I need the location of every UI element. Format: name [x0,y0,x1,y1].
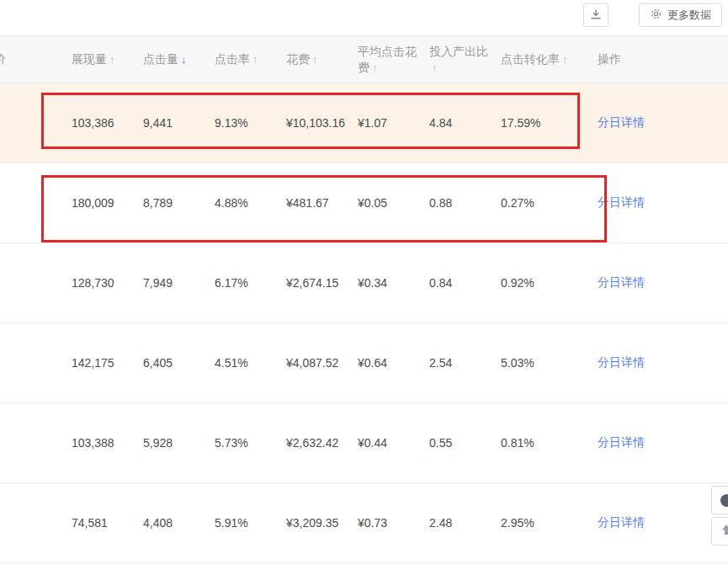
column-label: 点击量 [143,52,178,66]
column-label: 花费 [286,52,310,66]
column-header-cvr[interactable]: 点击转化率↑ [501,51,598,67]
actions-cell: 分日详情 [598,355,728,370]
column-header-avg_cpc[interactable]: 平均点击花费↑ [358,44,429,76]
clicks-cell: 9,441 [143,116,215,130]
column-header-impressions[interactable]: 展现量↑ [72,51,143,67]
sort-up-icon[interactable]: ↑ [372,61,378,74]
daily-detail-link[interactable]: 分日详情 [598,355,645,369]
roi-value: 0.88 [429,196,452,210]
column-header-roi[interactable]: 投入产出比↑ [429,44,501,76]
avg-cpc-cell: ¥0.73 [358,516,429,530]
cvr-cell: 5.03% [501,356,598,370]
roi-cell: 4.84 [429,116,501,130]
ctr-value: 6.17% [215,276,248,290]
impressions-cell: 103,388 [72,436,143,450]
cvr-value: 2.95% [501,516,534,530]
daily-detail-link[interactable]: 分日详情 [598,195,645,209]
roi-value: 2.54 [429,356,452,370]
sort-up-icon[interactable]: ↑ [312,53,318,66]
daily-detail-link[interactable]: 分日详情 [598,275,645,289]
avg-cpc-cell: ¥0.44 [358,436,429,450]
table-row: 103,388 5,928 5.73% ¥2,632.42 ¥0.44 0.55… [0,403,728,483]
back-to-top-button[interactable] [711,517,728,546]
roi-cell: 0.55 [429,436,501,450]
cvr-cell: 0.92% [501,276,598,290]
cost-value: ¥10,103.16 [286,115,348,131]
impressions-cell: 180,009 [72,196,143,210]
column-label: 展现量 [72,52,107,66]
cost-cell: ¥3,209.35 [286,515,358,531]
impressions-value: 103,386 [72,116,114,130]
avg-cpc-cell: ¥0.05 [358,196,429,210]
back-to-top-icon [720,523,728,540]
impressions-cell: 103,386 [72,116,143,130]
column-label: 点击率 [215,52,250,66]
download-icon [590,8,602,23]
cost-value: ¥2,674.15 [286,275,348,291]
clicks-value: 9,441 [143,116,173,130]
ctr-cell: 5.91% [215,516,286,530]
daily-detail-link[interactable]: 分日详情 [598,515,645,529]
column-header-ctr[interactable]: 点击率↑ [215,51,286,67]
clicks-cell: 5,928 [143,436,215,450]
cost-cell: ¥4,087.52 [286,355,358,371]
ctr-cell: 4.51% [215,356,286,370]
avg-cpc-value: ¥0.64 [358,356,387,370]
cost-value: ¥3,209.35 [286,515,348,531]
ctr-cell: 4.88% [215,196,286,210]
impressions-cell: 142,175 [72,356,143,370]
sort-up-icon[interactable]: ↑ [562,53,568,66]
avg-cpc-value: ¥0.73 [358,516,387,530]
cost-cell: ¥2,632.42 [286,435,358,451]
roi-value: 0.55 [429,436,452,450]
column-label: 平均点击花费 [358,45,417,74]
cvr-cell: 0.81% [501,436,598,450]
daily-detail-link[interactable]: 分日详情 [598,115,645,129]
roi-cell: 0.84 [429,276,501,290]
ctr-value: 5.73% [215,436,248,450]
cost-cell: ¥481.67 [286,195,358,211]
cost-cell: ¥2,674.15 [286,275,358,291]
clicks-value: 6,405 [143,356,173,370]
column-header-cost[interactable]: 花费↑ [286,51,358,67]
impressions-value: 128,730 [72,276,114,290]
column-label: 价 [0,51,6,67]
avg-cpc-value: ¥0.34 [358,276,387,290]
more-data-button[interactable]: 更多数据 [639,3,722,27]
cvr-value: 5.03% [501,356,534,370]
impressions-value: 142,175 [72,356,114,370]
sort-up-icon[interactable]: ↑ [432,61,438,74]
ctr-value: 4.88% [215,196,248,210]
daily-detail-link[interactable]: 分日详情 [598,435,645,449]
analytics-page: 更多数据 价展现量↑点击量↓点击率↑花费↑平均点击花费↑投入产出比↑点击转化率↑… [0,0,728,570]
download-button[interactable] [583,3,608,27]
gear-icon [650,8,662,23]
impressions-cell: 128,730 [72,276,143,290]
roi-value: 0.84 [429,276,452,290]
sort-down-icon[interactable]: ↓ [181,53,187,66]
ctr-value: 5.91% [215,516,248,530]
sort-up-icon[interactable]: ↑ [109,53,115,66]
cost-cell: ¥10,103.16 [286,115,358,131]
clicks-value: 5,928 [143,436,173,450]
column-header-clicks[interactable]: 点击量↓ [143,51,215,67]
cost-value: ¥2,632.42 [286,435,348,451]
roi-cell: 2.54 [429,356,501,370]
avg-cpc-cell: ¥0.34 [358,276,429,290]
ctr-value: 9.13% [215,116,248,130]
column-header-actions: 操作 [598,51,728,67]
more-data-label: 更多数据 [667,8,711,23]
sort-up-icon[interactable]: ↑ [252,53,258,66]
cvr-cell: 2.95% [501,516,598,530]
cvr-value: 0.27% [501,196,534,210]
feedback-button[interactable] [711,486,728,514]
clicks-cell: 8,789 [143,196,215,210]
ctr-value: 4.51% [215,356,248,370]
table-body: 103,386 9,441 9.13% ¥10,103.16 ¥1.07 4.8… [0,83,728,563]
actions-cell: 分日详情 [598,515,728,530]
table-row: 142,175 6,405 4.51% ¥4,087.52 ¥0.64 2.54… [0,323,728,403]
column-label: 投入产出比 [429,45,488,58]
cost-value: ¥4,087.52 [286,355,348,371]
ctr-cell: 6.17% [215,276,286,290]
impressions-value: 74,581 [72,516,108,530]
